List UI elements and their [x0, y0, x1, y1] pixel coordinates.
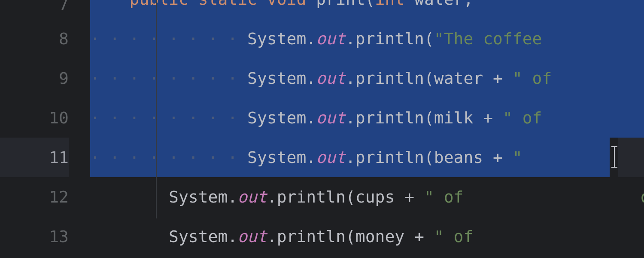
code-token: .	[228, 227, 237, 246]
code-token: (	[365, 0, 375, 9]
code-token: · · · · · · · ·	[90, 148, 247, 167]
code-token: .	[306, 29, 316, 48]
code-token: .	[267, 227, 277, 246]
code-token: (	[424, 69, 434, 88]
code-line[interactable]: · · · · · · · · System.out.println(beans…	[90, 138, 644, 177]
code-token: +	[483, 108, 503, 127]
string-token: of	[641, 187, 644, 206]
code-token: .	[228, 187, 237, 206]
code-area[interactable]: public static void print(int water,· · ·…	[90, 0, 644, 258]
line-number[interactable]: 9	[0, 58, 69, 98]
code-token: (	[346, 227, 355, 246]
code-line[interactable]: public static void print(int water,	[90, 0, 644, 19]
code-token: out	[237, 187, 267, 206]
code-token: println	[355, 29, 424, 48]
code-token: System	[247, 29, 306, 48]
line-11-tail: of	[618, 138, 644, 177]
code-token: print	[316, 0, 365, 9]
code-token: · · · · · · · ·	[90, 69, 247, 88]
code-token: System	[169, 227, 228, 246]
text-cursor-icon	[614, 146, 615, 168]
indent-guide	[156, 0, 157, 218]
code-token: .	[346, 108, 355, 127]
line-number[interactable]: 8	[0, 19, 69, 58]
code-token: +	[414, 227, 434, 246]
code-token: out	[316, 148, 346, 167]
code-token: out	[316, 29, 346, 48]
line-number[interactable]: 12	[0, 177, 69, 217]
code-token: +	[493, 69, 513, 88]
code-token: money	[355, 227, 414, 246]
line-number[interactable]: 7	[0, 0, 69, 19]
code-token: System	[247, 108, 306, 127]
code-token: " of	[424, 187, 473, 206]
code-token: water	[434, 69, 493, 88]
code-token: beans	[434, 148, 493, 167]
code-token	[90, 0, 130, 9]
code-token: .	[306, 148, 316, 167]
code-token: System	[247, 69, 306, 88]
code-token: milk	[434, 108, 483, 127]
code-token: · · · · · · · ·	[90, 29, 247, 48]
code-token: " of	[503, 108, 552, 127]
code-token: " of	[434, 227, 474, 246]
code-token: println	[355, 69, 424, 88]
code-token: System	[247, 148, 306, 167]
code-line[interactable]: · · · · · · · · System.out.println("The …	[90, 19, 644, 58]
code-token: "The coffee	[434, 29, 552, 48]
code-token: println	[277, 187, 346, 206]
line-number[interactable]: 11	[0, 138, 69, 177]
code-token: .	[267, 187, 277, 206]
code-token: out	[316, 69, 346, 88]
code-token: ,	[463, 0, 473, 9]
code-token: static	[198, 0, 267, 9]
code-token: println	[277, 227, 346, 246]
code-token: .	[306, 108, 316, 127]
code-line[interactable]: System.out.println(cups + " of	[90, 177, 644, 217]
code-token: · · · · · · · ·	[90, 108, 247, 127]
code-token: "	[513, 148, 532, 167]
code-token: System	[169, 187, 228, 206]
code-line[interactable]: System.out.println(money + " of	[90, 217, 644, 256]
code-token	[90, 187, 169, 206]
code-token: cups	[355, 187, 404, 206]
code-token: void	[267, 0, 316, 9]
code-token: +	[493, 148, 513, 167]
code-token: (	[424, 148, 434, 167]
line-number[interactable]: 10	[0, 98, 69, 138]
code-token: (	[424, 108, 434, 127]
code-token: " of	[513, 69, 552, 88]
code-token: .	[346, 29, 355, 48]
code-token: (	[424, 29, 434, 48]
code-token: .	[346, 69, 355, 88]
code-token: public	[130, 0, 198, 9]
code-token: println	[355, 108, 424, 127]
code-line[interactable]: · · · · · · · · System.out.println(milk …	[90, 98, 644, 138]
code-token: int	[375, 0, 415, 9]
gutter: 78910111213	[0, 0, 90, 258]
code-editor[interactable]: 78910111213 public static void print(int…	[0, 0, 644, 258]
code-token: out	[237, 227, 267, 246]
line-number[interactable]: 13	[0, 217, 69, 256]
code-line[interactable]: · · · · · · · · System.out.println(water…	[90, 58, 644, 98]
code-token: println	[355, 148, 424, 167]
code-token: .	[306, 69, 316, 88]
code-token	[90, 227, 169, 246]
code-token: (	[346, 187, 355, 206]
code-token: .	[346, 148, 355, 167]
code-token: +	[404, 187, 424, 206]
code-token: water	[414, 0, 463, 9]
code-token: out	[316, 108, 346, 127]
